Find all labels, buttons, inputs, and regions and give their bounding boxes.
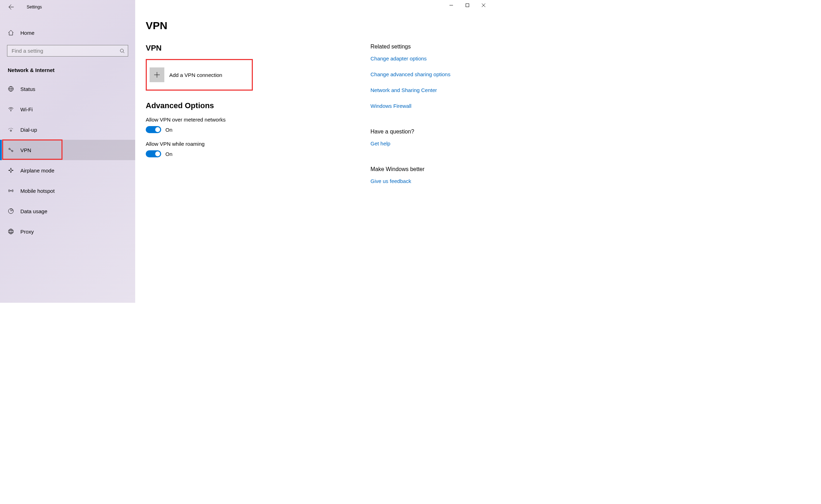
window-title: Settings xyxy=(27,5,42,9)
close-button[interactable] xyxy=(475,0,492,11)
maximize-icon xyxy=(466,4,469,7)
link-give-feedback[interactable]: Give us feedback xyxy=(370,178,451,184)
sidebar-item-label: Wi-Fi xyxy=(20,106,33,112)
home-nav[interactable]: Home xyxy=(0,25,135,40)
svg-line-1 xyxy=(123,52,125,53)
vpn-icon xyxy=(8,147,14,153)
maximize-button[interactable] xyxy=(459,0,475,11)
search-wrap xyxy=(7,45,128,57)
sidebar-item-status[interactable]: Status xyxy=(0,79,135,99)
sidebar: Settings Home Network & Internet Status … xyxy=(0,0,135,303)
sidebar-item-vpn[interactable]: VPN xyxy=(0,140,135,160)
advanced-options-heading: Advanced Options xyxy=(146,101,370,110)
globe-icon xyxy=(8,86,14,92)
airplane-icon xyxy=(8,167,14,174)
hotspot-icon xyxy=(8,188,14,194)
plus-icon xyxy=(150,67,164,82)
vpn-section-heading: VPN xyxy=(146,44,370,53)
sidebar-item-label: Dial-up xyxy=(20,127,37,133)
roaming-label: Allow VPN while roaming xyxy=(146,141,370,147)
metered-toggle[interactable] xyxy=(146,126,161,133)
feedback-block: Make Windows better Give us feedback xyxy=(370,166,451,184)
svg-point-0 xyxy=(120,49,124,52)
svg-point-6 xyxy=(10,130,12,131)
sidebar-item-datausage[interactable]: Data usage xyxy=(0,201,135,221)
main-left-column: VPN VPN Add a VPN connection Advanced Op… xyxy=(146,20,370,303)
sidebar-item-label: Status xyxy=(20,86,35,92)
main-content: VPN VPN Add a VPN connection Advanced Op… xyxy=(135,0,492,303)
window-controls xyxy=(443,0,492,11)
metered-toggle-state: On xyxy=(165,127,172,133)
sidebar-section-header: Network & Internet xyxy=(0,57,135,79)
back-button[interactable] xyxy=(6,2,16,12)
sidebar-item-label: VPN xyxy=(20,147,31,153)
question-heading: Have a question? xyxy=(370,129,451,135)
svg-point-7 xyxy=(9,148,10,150)
roaming-toggle-row: On xyxy=(146,150,370,157)
sidebar-item-dialup[interactable]: Dial-up xyxy=(0,119,135,140)
sidebar-item-label: Proxy xyxy=(20,229,34,235)
close-icon xyxy=(482,4,485,7)
sidebar-item-proxy[interactable]: Proxy xyxy=(0,221,135,242)
svg-point-10 xyxy=(11,190,12,191)
main-right-column: Related settings Change adapter options … xyxy=(370,20,451,303)
minimize-icon xyxy=(449,4,453,7)
svg-point-5 xyxy=(11,111,11,111)
sidebar-item-airplane[interactable]: Airplane mode xyxy=(0,160,135,181)
svg-point-8 xyxy=(12,150,13,152)
link-get-help[interactable]: Get help xyxy=(370,140,451,146)
search-input[interactable] xyxy=(7,45,128,57)
link-adapter-options[interactable]: Change adapter options xyxy=(370,55,451,61)
add-vpn-button[interactable]: Add a VPN connection xyxy=(146,59,253,91)
home-label: Home xyxy=(20,30,34,36)
roaming-toggle[interactable] xyxy=(146,150,161,157)
svg-line-9 xyxy=(10,150,12,151)
dialup-icon xyxy=(8,126,14,133)
add-vpn-label: Add a VPN connection xyxy=(169,72,222,78)
proxy-icon xyxy=(8,228,14,235)
question-block: Have a question? Get help xyxy=(370,129,451,146)
page-title: VPN xyxy=(146,20,370,32)
sidebar-item-label: Mobile hotspot xyxy=(20,188,55,194)
link-network-sharing-center[interactable]: Network and Sharing Center xyxy=(370,87,451,93)
roaming-toggle-state: On xyxy=(165,151,172,157)
svg-rect-19 xyxy=(466,4,469,7)
link-advanced-sharing[interactable]: Change advanced sharing options xyxy=(370,71,451,77)
back-arrow-icon xyxy=(8,4,14,10)
svg-point-12 xyxy=(8,229,13,234)
related-settings-block: Related settings Change adapter options … xyxy=(370,44,451,109)
link-windows-firewall[interactable]: Windows Firewall xyxy=(370,103,451,109)
sidebar-item-hotspot[interactable]: Mobile hotspot xyxy=(0,181,135,201)
wifi-icon xyxy=(8,106,14,112)
svg-point-13 xyxy=(10,229,12,234)
home-icon xyxy=(8,30,14,36)
search-icon xyxy=(120,48,125,53)
titlebar: Settings xyxy=(0,0,135,14)
data-usage-icon xyxy=(8,208,14,214)
metered-label: Allow VPN over metered networks xyxy=(146,117,370,123)
minimize-button[interactable] xyxy=(443,0,459,11)
sidebar-item-label: Data usage xyxy=(20,208,47,214)
metered-toggle-row: On xyxy=(146,126,370,133)
sidebar-item-label: Airplane mode xyxy=(20,168,54,174)
feedback-heading: Make Windows better xyxy=(370,166,451,172)
related-settings-heading: Related settings xyxy=(370,44,451,50)
sidebar-item-wifi[interactable]: Wi-Fi xyxy=(0,99,135,119)
